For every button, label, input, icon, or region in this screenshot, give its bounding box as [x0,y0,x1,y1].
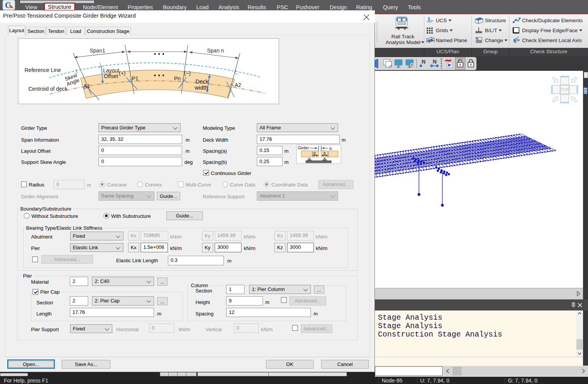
svg-text:(−): (−) [184,70,191,76]
svg-text:Girder: Girder [298,145,309,150]
svg-text:N: N [433,59,437,65]
svg-text:width: width [194,84,208,91]
svg-text:Span n: Span n [207,47,224,54]
svg-text:b: b [324,151,326,155]
svg-text:N: N [422,59,425,65]
svg-text:Reference Line: Reference Line [25,67,61,73]
svg-text:Layout: Layout [103,67,119,74]
svg-text:(+): (+) [119,70,126,76]
svg-text:Deck: Deck [195,78,209,85]
svg-text:Span1: Span1 [90,47,105,54]
svg-text:a: a [329,146,332,150]
svg-text:A1: A1 [84,83,90,89]
svg-text:TOP: TOP [560,87,568,92]
svg-text:Pn: Pn [174,75,181,82]
svg-text:P1: P1 [132,75,138,82]
svg-text:A2: A2 [235,82,241,88]
svg-text:Offset: Offset [104,73,118,79]
svg-text:Centroid of deck: Centroid of deck [28,86,68,92]
